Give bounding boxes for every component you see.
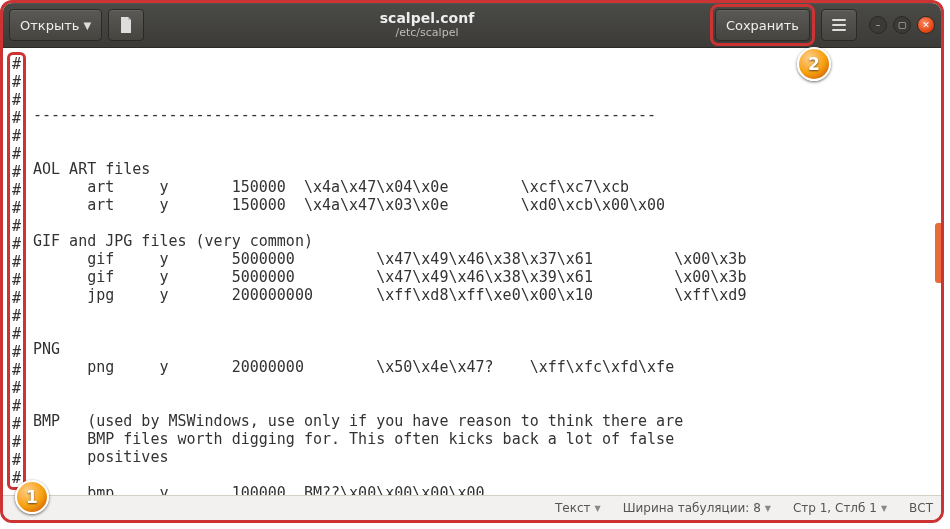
titlebar: Открыть ▼ scalpel.conf /etc/scalpel Сохр…: [3, 3, 941, 48]
open-button-label: Открыть: [20, 18, 79, 33]
document-path: /etc/scalpel: [150, 27, 704, 39]
scrollbar-indicator[interactable]: [935, 223, 941, 283]
document-icon: [119, 17, 133, 33]
cursor-position-label: Стр 1, Стлб 1: [793, 501, 877, 515]
chevron-down-icon: ▼: [83, 20, 91, 31]
tab-width-selector[interactable]: Ширина табуляции: 8 ▼: [623, 501, 771, 515]
chevron-down-icon: ▼: [765, 504, 771, 513]
close-button[interactable]: ✕: [917, 16, 935, 34]
cursor-position[interactable]: Стр 1, Стлб 1 ▼: [793, 501, 887, 515]
window-title-area: scalpel.conf /etc/scalpel: [150, 11, 704, 38]
hamburger-icon: [832, 19, 846, 31]
tab-width-label: Ширина табуляции: 8: [623, 501, 761, 515]
window-controls: – ▢ ✕: [869, 16, 935, 34]
syntax-selector-label: Текст: [555, 501, 591, 515]
annotation-badge-2: 2: [797, 47, 831, 81]
save-button[interactable]: Сохранить: [715, 9, 810, 41]
maximize-button[interactable]: ▢: [893, 16, 911, 34]
document-title: scalpel.conf: [150, 11, 704, 26]
save-button-label: Сохранить: [726, 18, 799, 33]
annotation-badge-1: 1: [15, 480, 49, 514]
hamburger-menu-button[interactable]: [821, 9, 857, 41]
chevron-down-icon: ▼: [595, 504, 601, 513]
text-editor[interactable]: # # # # # # # # # # # # # # # # # # # # …: [3, 48, 941, 523]
chevron-down-icon: ▼: [881, 504, 887, 513]
save-button-highlight: Сохранить: [710, 4, 815, 46]
minimize-button[interactable]: –: [869, 16, 887, 34]
insert-mode-indicator[interactable]: ВСТ: [909, 501, 933, 515]
status-bar: Текст ▼ Ширина табуляции: 8 ▼ Стр 1, Стл…: [3, 495, 941, 520]
syntax-selector[interactable]: Текст ▼: [555, 501, 601, 515]
open-button[interactable]: Открыть ▼: [9, 9, 102, 41]
new-document-button[interactable]: [108, 9, 144, 41]
editor-content: ----------------------------------------…: [7, 106, 941, 502]
